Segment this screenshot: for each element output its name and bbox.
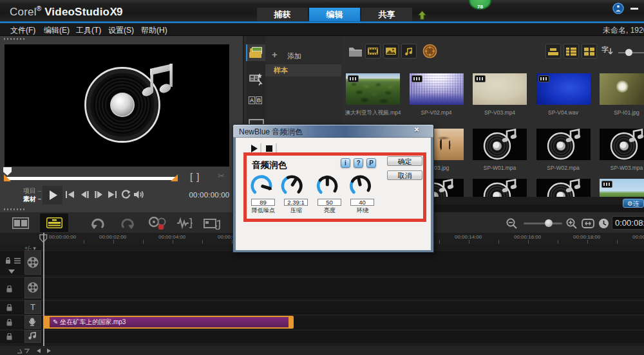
svg-text:字: 字 [601,46,609,53]
